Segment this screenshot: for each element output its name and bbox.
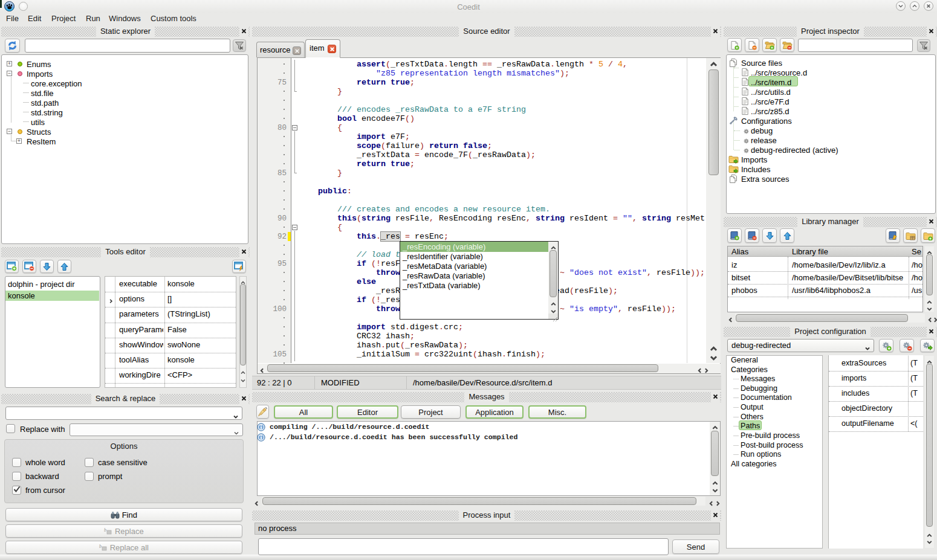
svg-text:b: b — [104, 527, 106, 533]
svg-text:b: b — [99, 544, 102, 549]
